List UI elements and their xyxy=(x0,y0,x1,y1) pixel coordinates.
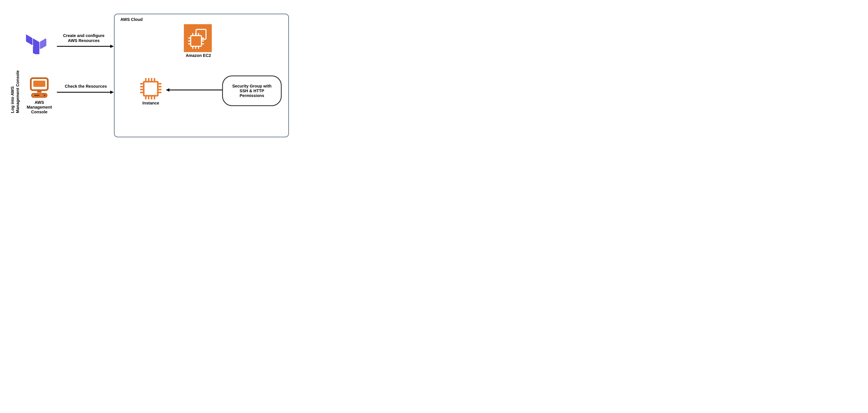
svg-rect-11 xyxy=(37,91,41,93)
arrow-check-label-text: Check the Resources xyxy=(65,84,107,89)
console-label: AWS Management Console xyxy=(24,100,55,114)
svg-rect-10 xyxy=(33,81,45,87)
svg-marker-51 xyxy=(166,88,169,92)
svg-point-14 xyxy=(44,95,45,96)
security-group-label-line2: SSH & HTTP xyxy=(240,89,264,93)
terraform-icon xyxy=(24,29,49,54)
aws-cloud-box: AWS Cloud Amazon EC2 xyxy=(114,14,289,137)
left-vertical-label-line1: Log into AWS xyxy=(10,86,15,113)
arrow-create-label: Create and configure AWS Resources xyxy=(57,33,111,43)
aws-cloud-title: AWS Cloud xyxy=(120,17,143,22)
arrow-check-label: Check the Resources xyxy=(62,84,110,89)
security-group-label-line1: Security Group with xyxy=(232,84,272,88)
svg-rect-13 xyxy=(34,95,39,96)
svg-rect-20 xyxy=(191,36,202,46)
arrow-create-label-line2: AWS Resources xyxy=(68,38,99,43)
security-group-box: Security Group with SSH & HTTP Permissio… xyxy=(222,75,282,106)
console-label-line1: AWS xyxy=(34,100,44,105)
svg-marker-18 xyxy=(110,91,114,94)
arrow-sg-to-instance xyxy=(166,88,222,92)
arrow-create-label-line1: Create and configure xyxy=(63,33,104,38)
left-vertical-label: Log into AWS Management Console xyxy=(10,70,20,113)
aws-management-console-icon xyxy=(28,76,51,99)
arrow-check xyxy=(57,90,114,94)
security-group-label-line3: Permissions xyxy=(240,93,264,98)
console-label-line2: Management xyxy=(27,105,52,109)
svg-rect-33 xyxy=(144,82,158,96)
arrow-create xyxy=(57,44,114,49)
security-group-label: Security Group with SSH & HTTP Permissio… xyxy=(225,84,279,98)
diagram-canvas: Log into AWS Management Console xyxy=(0,0,310,147)
amazon-ec2-label: Amazon EC2 xyxy=(181,53,216,58)
instance-icon xyxy=(138,76,163,101)
console-label-line3: Console xyxy=(31,109,48,114)
left-vertical-label-line2: Management Console xyxy=(15,70,20,113)
svg-marker-16 xyxy=(110,45,114,48)
amazon-ec2-icon xyxy=(184,24,212,52)
instance-label: Instance xyxy=(138,101,163,105)
